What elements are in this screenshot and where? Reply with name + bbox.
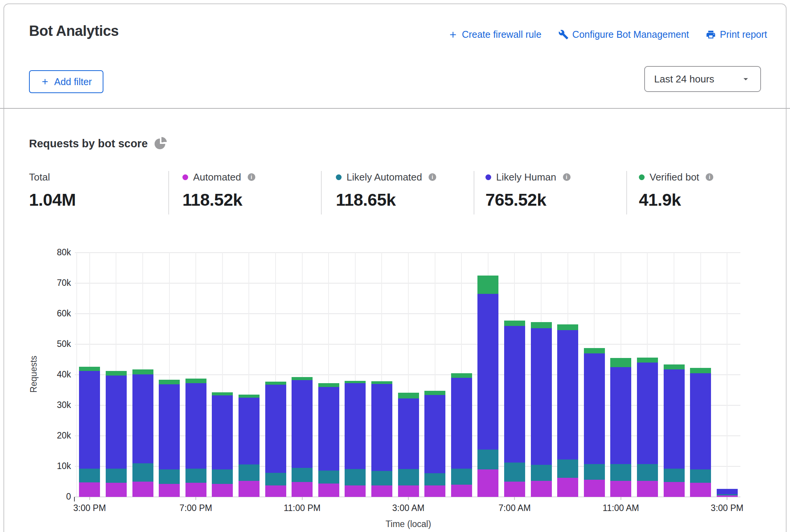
bar-segment-likely-human [185,383,206,469]
bar-segment-automated [610,481,631,497]
y-tick-label: 80k [21,247,71,258]
bar-segment-likely-human [398,398,419,469]
bar-segment-likely-human [318,387,339,471]
bar-segment-verified-bot [79,367,100,371]
bar-segment-verified-bot [371,381,392,384]
bar-segment-automated [371,485,392,497]
bar-segment-automated [185,483,206,497]
y-tick-label: 0 [21,492,71,502]
x-axis-tick [408,497,409,500]
x-axis-tick [514,497,515,500]
bar-segment-likely-human [424,395,445,473]
x-axis-tick [621,497,621,500]
x-tick-label: 3:00 PM [55,503,124,513]
bar-segment-verified-bot [557,324,578,330]
bar-segment-automated [690,483,711,497]
bar-segment-likely-automated [106,469,127,483]
bar-segment-likely-automated [477,450,498,469]
bar-segment-verified-bot [132,369,153,374]
x-tick-label: 7:00 AM [480,503,549,513]
y-tick-label: 30k [21,400,71,410]
bar-segment-likely-human [451,378,472,469]
bar-segment-likely-automated [159,469,180,484]
bar-segment-verified-bot [106,371,127,375]
bar-segment-verified-bot [477,276,498,294]
bar-segment-likely-human [239,398,260,464]
bar-segment-likely-automated [265,473,286,485]
bar-segment-likely-human [345,383,366,469]
bar-segment-automated [212,484,233,497]
bar-segment-verified-bot [531,322,552,328]
x-axis-tick [727,497,727,500]
bar-segment-likely-automated [345,469,366,485]
y-tick-label: 10k [21,461,71,471]
bar-segment-likely-automated [424,473,445,485]
bar-segment-likely-human [477,294,498,450]
bar-segment-verified-bot [504,321,525,326]
bar-segment-likely-human [79,371,100,469]
bar-segment-automated [106,483,127,497]
bar-segment-likely-human [292,380,313,468]
bar-segment-likely-human [717,489,738,494]
requests-by-bot-score-chart: 010k20k30k40k50k60k70k80k3:00 PM7:00 PM1… [0,0,790,532]
bar-segment-automated [424,485,445,497]
bar-segment-verified-bot [159,380,180,384]
bar-segment-likely-automated [451,469,472,485]
bar-segment-verified-bot [292,377,313,380]
bar-segment-likely-automated [371,471,392,485]
x-axis-title: Time (local) [359,519,458,529]
bar-segment-likely-automated [610,464,631,481]
bar-segment-verified-bot [610,358,631,367]
bar-segment-likely-automated [239,464,260,480]
gridline-horizontal [75,283,740,284]
bar-segment-verified-bot [690,368,711,373]
bar-segment-automated [345,485,366,497]
y-tick-label: 70k [21,278,71,288]
bar-segment-likely-human [531,328,552,465]
bar-segment-likely-human [584,353,605,464]
bar-segment-likely-automated [79,469,100,482]
bar-segment-likely-automated [318,471,339,484]
x-tick-label: 11:00 AM [587,503,655,513]
bar-segment-likely-automated [212,469,233,484]
bar-segment-verified-bot [398,393,419,398]
bar-segment-likely-automated [717,494,738,495]
bar-segment-automated [265,485,286,497]
bar-segment-verified-bot [265,382,286,385]
bar-segment-likely-human [637,363,658,464]
gridline-horizontal [75,344,740,345]
bar-segment-likely-automated [504,463,525,482]
bar-segment-likely-automated [398,469,419,485]
gridline-vertical [76,253,77,497]
bar-segment-automated [504,482,525,497]
bar-segment-likely-automated [690,469,711,483]
bar-segment-automated [132,482,153,497]
bar-segment-automated [477,469,498,497]
bar-segment-verified-bot [584,348,605,353]
bar-segment-likely-automated [637,464,658,481]
bar-segment-automated [531,481,552,497]
x-tick-label: 11:00 PM [268,503,337,513]
bar-segment-likely-automated [132,463,153,482]
bar-segment-automated [398,485,419,497]
bar-segment-verified-bot [239,395,260,398]
bar-segment-automated [159,484,180,497]
bar-segment-verified-bot [318,383,339,387]
bar-segment-likely-automated [584,464,605,480]
bar-segment-likely-automated [185,469,206,483]
bar-segment-automated [664,482,685,497]
bar-segment-automated [584,480,605,497]
bar-segment-likely-automated [292,468,313,482]
bar-segment-likely-human [106,376,127,469]
axis-origin-tick [74,497,75,501]
bar-segment-likely-human [504,326,525,463]
bar-segment-automated [79,482,100,497]
x-tick-label: 3:00 AM [374,503,443,513]
bar-segment-automated [239,481,260,497]
bar-segment-verified-bot [637,358,658,363]
y-tick-label: 60k [21,308,71,319]
bar-segment-verified-bot [664,364,685,370]
bar-segment-likely-automated [557,459,578,477]
y-axis-title: Requests [29,348,39,401]
bar-segment-likely-human [265,385,286,472]
